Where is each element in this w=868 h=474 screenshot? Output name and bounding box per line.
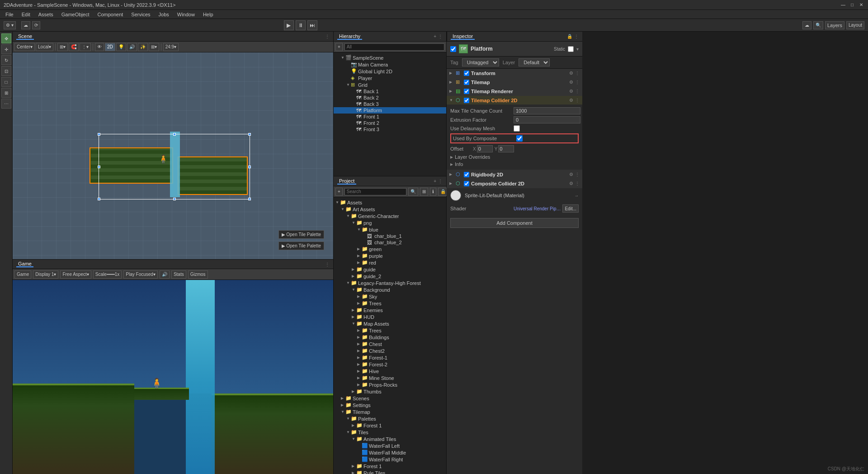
hierarchy-item-front1[interactable]: 🗺 Front 1 bbox=[334, 114, 446, 120]
play-button[interactable]: ▶ bbox=[284, 20, 294, 30]
expand-arrow[interactable]: ▼ bbox=[346, 83, 351, 87]
handle-bc[interactable] bbox=[173, 198, 176, 200]
grid-btn[interactable]: ⊞▾ bbox=[57, 43, 68, 51]
inspector-lock-btn[interactable]: 🔒 bbox=[567, 34, 572, 39]
project-item-charblue2[interactable]: 🖼 char_blue_2 bbox=[334, 239, 446, 246]
gear-icon[interactable]: ⚙ bbox=[569, 89, 573, 94]
project-item-waterfall-left[interactable]: 🟦 WaterFall Left bbox=[334, 442, 446, 449]
gizmo-btn[interactable]: 👁 bbox=[95, 43, 104, 51]
component-tilemap-collider-header[interactable]: ▼ ⬡ Tilemap Collider 2D ⚙ ⋮ bbox=[447, 96, 582, 104]
hierarchy-add-small[interactable]: + bbox=[335, 43, 343, 51]
fx-btn[interactable]: ✨ bbox=[138, 43, 148, 51]
more-icon[interactable]: ⋮ bbox=[575, 80, 580, 85]
project-item-enemies[interactable]: ▶ 📁 Enemies bbox=[334, 307, 446, 313]
project-tab[interactable]: Project bbox=[337, 178, 356, 185]
project-item-forest1[interactable]: ▶ 📁 Forest-1 bbox=[334, 354, 446, 361]
gear-icon[interactable]: ⚙ bbox=[569, 80, 573, 85]
gear-icon[interactable]: ⚙ bbox=[569, 181, 573, 186]
project-item-chest[interactable]: ▶ 📁 Chest bbox=[334, 341, 446, 347]
more-icon[interactable]: ⋮ bbox=[575, 71, 580, 76]
project-item-tilemap[interactable]: ▼ 📁 Tilemap bbox=[334, 408, 446, 415]
hierarchy-item-platform[interactable]: 🗺 Platform bbox=[334, 107, 446, 114]
local-dropdown[interactable]: Local ▾ bbox=[36, 43, 53, 51]
project-view-btn[interactable]: ⊞ bbox=[420, 188, 428, 196]
project-item-charblue1[interactable]: 🖼 char_blue_1 bbox=[334, 233, 446, 239]
static-dropdown[interactable]: ▾ bbox=[576, 47, 579, 52]
hierarchy-item-back2[interactable]: 🗺 Back 2 bbox=[334, 95, 446, 101]
menu-assets[interactable]: Assets bbox=[35, 11, 57, 18]
hierarchy-item-globallight[interactable]: 💡 Global Light 2D bbox=[334, 68, 446, 75]
tool-hand[interactable]: ✥ bbox=[1, 33, 11, 43]
game-tab[interactable]: Game bbox=[16, 261, 33, 267]
project-item-animated-tiles[interactable]: ▼ 📁 Animated Tiles bbox=[334, 436, 446, 442]
shader-edit-btn[interactable]: Edit... bbox=[562, 204, 579, 213]
hierarchy-item-maincamera[interactable]: 📷 Main Camera bbox=[334, 61, 446, 68]
field-extrusion-input[interactable] bbox=[514, 116, 580, 123]
project-item-background[interactable]: ▼ 📁 Background bbox=[334, 286, 446, 293]
more-icon[interactable]: ⋮ bbox=[575, 181, 580, 186]
project-item-buildings[interactable]: ▶ 📁 Buildings bbox=[334, 334, 446, 341]
search-icon[interactable]: 🔍 bbox=[813, 21, 823, 29]
menu-window[interactable]: Window bbox=[174, 11, 198, 18]
play-focused-btn[interactable]: Play Focused ▾ bbox=[123, 270, 158, 279]
handle-tl[interactable] bbox=[98, 133, 100, 136]
handle-mr[interactable] bbox=[248, 166, 251, 168]
menu-file[interactable]: File bbox=[2, 11, 17, 18]
display-dropdown[interactable]: Display 1 ▾ bbox=[33, 270, 58, 279]
component-composite-header[interactable]: ▶ ⬡ Composite Collider 2D ⚙ ⋮ bbox=[447, 179, 582, 188]
hierarchy-item-grid[interactable]: ▼ ⊞ Grid bbox=[334, 81, 446, 88]
layer-dropdown[interactable]: Default bbox=[519, 58, 550, 66]
step-button[interactable]: ⏭ bbox=[307, 20, 317, 30]
offset-x-input[interactable] bbox=[477, 145, 493, 152]
object-enabled-checkbox[interactable] bbox=[450, 46, 456, 52]
window-controls[interactable]: — □ ✕ bbox=[840, 2, 864, 8]
project-item-artassets[interactable]: ▼ 📁 Art Assets bbox=[334, 206, 446, 213]
hierarchy-more-btn[interactable]: ⋮ bbox=[438, 34, 443, 39]
hierarchy-item-back1[interactable]: 🗺 Back 1 bbox=[334, 88, 446, 95]
tool-transform[interactable]: ⊞ bbox=[1, 88, 11, 98]
renderer-enabled[interactable] bbox=[464, 89, 469, 94]
toolbar-collab[interactable]: ⟳ bbox=[32, 21, 40, 29]
more-icon[interactable]: ⋮ bbox=[575, 89, 580, 94]
static-checkbox[interactable] bbox=[568, 46, 574, 52]
field-max-tile-input[interactable] bbox=[514, 107, 580, 114]
transform-enabled[interactable] bbox=[464, 71, 469, 76]
hierarchy-item-front3[interactable]: 🗺 Front 3 bbox=[334, 126, 446, 133]
offset-y-input[interactable] bbox=[498, 145, 514, 152]
tool-custom[interactable]: ⋯ bbox=[1, 99, 11, 109]
hierarchy-search-input[interactable] bbox=[344, 43, 444, 51]
menu-gameobject[interactable]: GameObject bbox=[58, 11, 93, 18]
layers-dropdown[interactable]: Layers bbox=[825, 21, 844, 29]
handle-tr[interactable] bbox=[248, 133, 251, 136]
menu-services[interactable]: Services bbox=[127, 11, 154, 18]
composite-enabled[interactable] bbox=[464, 181, 469, 186]
project-item-minestone[interactable]: ▶ 📁 Mine Stone bbox=[334, 374, 446, 381]
center-dropdown[interactable]: Center ▾ bbox=[14, 43, 35, 51]
hierarchy-item-samplescene[interactable]: ▼ 🎬 SampleScene bbox=[334, 54, 446, 61]
project-item-green[interactable]: ▶ 📁 green bbox=[334, 246, 446, 252]
project-item-waterfall-right[interactable]: 🟦 WaterFall Right bbox=[334, 456, 446, 463]
inspector-more-btn[interactable]: ⋮ bbox=[574, 34, 579, 39]
aspect-btn[interactable]: 24:9▾ bbox=[163, 43, 179, 51]
gear-icon[interactable]: ⚙ bbox=[569, 172, 573, 177]
close-button[interactable]: ✕ bbox=[858, 2, 864, 8]
project-item-png[interactable]: ▼ 📁 png bbox=[334, 219, 446, 226]
handle-bl[interactable] bbox=[98, 198, 100, 200]
toolbar-cloud[interactable]: ☁ bbox=[21, 21, 30, 29]
project-item-forest2[interactable]: ▶ 📁 Forest-2 bbox=[334, 361, 446, 368]
project-item-palettes[interactable]: ▼ 📁 Palettes bbox=[334, 415, 446, 422]
tool-rotate[interactable]: ↻ bbox=[1, 55, 11, 65]
add-component-button[interactable]: Add Component bbox=[450, 218, 579, 228]
project-item-red[interactable]: ▶ 📁 red bbox=[334, 259, 446, 266]
used-by-composite-checkbox[interactable] bbox=[516, 135, 523, 142]
project-item-forest1-palette[interactable]: ▶ 📁 Forest 1 bbox=[334, 422, 446, 429]
gear-icon[interactable]: ⚙ bbox=[569, 98, 573, 103]
minimize-button[interactable]: — bbox=[840, 2, 846, 8]
project-item-forest1-tiles[interactable]: ▶ 📁 Forest 1 bbox=[334, 463, 446, 469]
more-icon[interactable]: ⋮ bbox=[575, 172, 580, 177]
project-item-hive[interactable]: ▶ 📁 Hive bbox=[334, 368, 446, 374]
project-item-tiles[interactable]: ▼ 📁 Tiles bbox=[334, 429, 446, 436]
project-item-trees-map[interactable]: ▶ 📁 Trees bbox=[334, 327, 446, 334]
pause-button[interactable]: ⏸ bbox=[296, 20, 306, 30]
toolbar-tools[interactable]: ⚙ ▾ bbox=[4, 21, 16, 29]
